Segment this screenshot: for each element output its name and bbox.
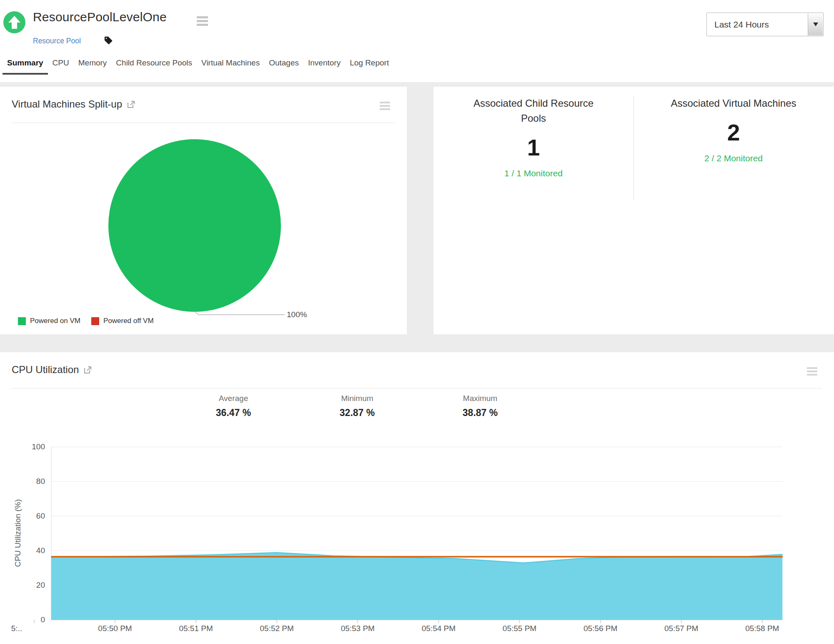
cpu-area-edge xyxy=(51,553,783,563)
y-axis-tick-label: 0 xyxy=(24,615,45,624)
x-axis-tick-label: 05:56 PM xyxy=(567,624,634,633)
page-title: ResourcePoolLevelOne xyxy=(33,10,167,24)
time-range-value: Last 24 Hours xyxy=(714,13,769,36)
x-axis-tick-label: 05:54 PM xyxy=(405,624,472,633)
legend-item-powered-off-vm[interactable]: Powered off VM xyxy=(91,317,154,325)
virtual-machines-monitored: 2 / 2 Monitored xyxy=(634,153,834,163)
x-axis-tick-label: 05:53 PM xyxy=(324,624,391,633)
availability-up-icon xyxy=(3,11,25,33)
cpu-stat-maximum: Maximum38.87 % xyxy=(434,394,526,418)
app-root: ResourcePoolLevelOne Resource Pool Last … xyxy=(0,0,834,644)
cpu-menu-icon[interactable] xyxy=(807,367,817,376)
select-dropdown-arrow-icon[interactable] xyxy=(808,13,823,35)
tab-virtual-machines[interactable]: Virtual Machines xyxy=(197,56,264,75)
y-axis-tick-label: 80 xyxy=(24,477,45,486)
tab-bar: SummaryCPUMemoryChild Resource PoolsVirt… xyxy=(3,56,393,75)
tab-memory[interactable]: Memory xyxy=(74,56,112,75)
associated-panel: Associated Child Resource Pools 1 1 / 1 … xyxy=(433,87,834,334)
stat-value: 36.47 % xyxy=(188,407,279,418)
cpu-area-series xyxy=(51,553,783,620)
y-axis-title: CPU Utilization (%) xyxy=(13,471,23,596)
legend-swatch-powered-on-vm xyxy=(18,317,26,325)
tab-cpu[interactable]: CPU xyxy=(48,56,74,75)
tab-child-resource-pools[interactable]: Child Resource Pools xyxy=(111,56,197,75)
panel-divider-line xyxy=(12,388,822,388)
cpu-utilization-chart xyxy=(0,352,834,644)
card-title: Associated Child Resource Pools xyxy=(433,96,634,126)
pie-slice-powered-on[interactable] xyxy=(108,139,281,312)
header: ResourcePoolLevelOne Resource Pool Last … xyxy=(0,0,834,82)
stat-value: 38.87 % xyxy=(434,407,526,418)
cpu-panel-header: CPU Utilization xyxy=(0,352,834,376)
legend-label: Powered off VM xyxy=(103,317,154,325)
y-axis-tick-label: 40 xyxy=(24,546,45,555)
tab-inventory[interactable]: Inventory xyxy=(303,56,345,75)
stat-label: Minimum xyxy=(311,394,403,403)
child-resource-pools-monitored: 1 / 1 Monitored xyxy=(433,168,634,178)
x-axis-tick-label: 05:52 PM xyxy=(243,624,310,633)
x-axis-tick-label: 05:57 PM xyxy=(648,624,715,633)
y-axis-tick-label: 100 xyxy=(24,442,45,451)
legend-label: Powered on VM xyxy=(30,317,80,325)
legend-item-powered-on-vm[interactable]: Powered on VM xyxy=(18,317,80,325)
x-axis-tick-label: 05:50 PM xyxy=(82,624,148,633)
virtual-machines-card: Associated Virtual Machines 2 2 / 2 Moni… xyxy=(634,87,834,334)
popout-icon[interactable] xyxy=(83,365,92,374)
legend-swatch-powered-off-vm xyxy=(91,317,99,325)
tab-log-report[interactable]: Log Report xyxy=(345,56,393,75)
pie-data-label: 100% xyxy=(287,310,307,319)
cpu-stat-average: Average36.47 % xyxy=(188,394,279,418)
cpu-utilization-title: CPU Utilization xyxy=(12,364,79,375)
x-axis-tick-label: 5:.. xyxy=(6,624,27,633)
card-title: Associated Virtual Machines xyxy=(634,96,834,111)
x-axis-tick-label: 05:51 PM xyxy=(163,624,229,633)
card-divider-line xyxy=(634,96,634,200)
pie-label-leader-line xyxy=(195,312,285,315)
tab-outages[interactable]: Outages xyxy=(264,56,303,75)
stat-label: Average xyxy=(188,394,279,403)
y-axis-tick-label: 60 xyxy=(24,511,45,521)
stat-label: Maximum xyxy=(434,394,526,403)
x-axis-tick-label: 05:58 PM xyxy=(729,624,796,633)
time-range-select[interactable]: Last 24 Hours xyxy=(706,13,824,36)
child-resource-pools-count: 1 xyxy=(433,135,634,160)
x-axis-tick-label: 05:55 PM xyxy=(486,624,553,633)
title-menu-icon[interactable] xyxy=(197,16,208,26)
tag-icon[interactable] xyxy=(104,36,113,45)
pie-legend: Powered on VMPowered off VM xyxy=(18,317,154,325)
y-axis-tick-label: 20 xyxy=(24,581,45,590)
stat-value: 32.87 % xyxy=(311,407,403,418)
cpu-stat-minimum: Minimum32.87 % xyxy=(311,394,403,418)
vm-splitup-pie-chart xyxy=(0,87,407,334)
virtual-machines-count: 2 xyxy=(634,120,834,145)
vm-splitup-panel: Virtual Machines Split-up 100% Powered o… xyxy=(0,87,407,334)
resource-pool-link[interactable]: Resource Pool xyxy=(33,37,81,45)
cpu-utilization-panel: CPU Utilization Average36.47 %Minimum32.… xyxy=(0,352,834,644)
tab-summary[interactable]: Summary xyxy=(3,56,48,75)
child-resource-pools-card: Associated Child Resource Pools 1 1 / 1 … xyxy=(433,87,634,334)
